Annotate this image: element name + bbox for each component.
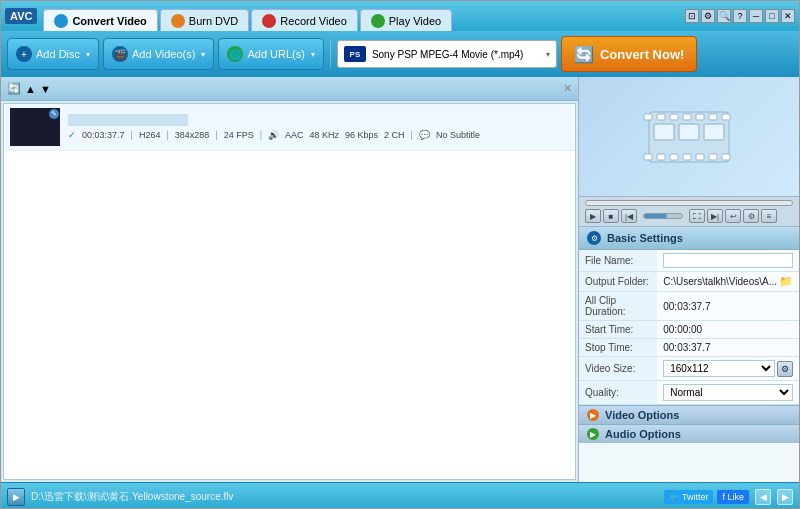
settings-table: File Name: Output Folder: C:\Users\talkh… <box>579 250 799 405</box>
output-folder-row: Output Folder: C:\Users\talkh\Videos\A..… <box>579 272 799 292</box>
filmstrip-image <box>639 102 739 172</box>
tab-record[interactable]: Record Video <box>251 9 357 31</box>
all-clip-duration-value: 00:03:37.7 <box>657 292 799 321</box>
svg-rect-2 <box>657 114 665 120</box>
arrow-up-icon[interactable]: ▲ <box>25 83 36 95</box>
title-bar: AVC Convert Video Burn DVD Record Video … <box>1 1 799 31</box>
add-disc-button[interactable]: + Add Disc ▾ <box>7 38 99 70</box>
minimize-btn[interactable]: ─ <box>749 9 763 23</box>
file-name-input[interactable] <box>663 253 793 268</box>
add-disc-label: Add Disc <box>36 48 80 60</box>
file-audio-freq: 48 KHz <box>310 130 340 140</box>
svg-rect-6 <box>709 114 717 120</box>
all-clip-duration-label: All Clip Duration: <box>579 292 657 321</box>
prev-button[interactable]: |◀ <box>621 209 637 223</box>
file-codec: H264 <box>139 130 161 140</box>
toolbar: + Add Disc ▾ 🎬 Add Video(s) ▾ 🌐 Add URL(… <box>1 31 799 77</box>
video-size-gear-button[interactable]: ⚙ <box>777 361 793 377</box>
file-item[interactable]: ✎ ✓ 00:03:37.7 | H264 | 384x288 | 24 FPS… <box>4 104 575 151</box>
format-dropdown-arrow: ▾ <box>546 50 550 59</box>
all-clip-duration-row: All Clip Duration: 00:03:37.7 <box>579 292 799 321</box>
audio-icon: 🔊 <box>268 130 279 140</box>
settings-button[interactable]: ⚙ <box>743 209 759 223</box>
file-audio-bitrate: 96 Kbps <box>345 130 378 140</box>
loop-button[interactable]: ↩ <box>725 209 741 223</box>
add-video-button[interactable]: 🎬 Add Video(s) ▾ <box>103 38 214 70</box>
tab-burn[interactable]: Burn DVD <box>160 9 250 31</box>
next-button[interactable]: ▶| <box>707 209 723 223</box>
nav-prev-button[interactable]: ◀ <box>755 489 771 505</box>
format-selector[interactable]: PS Sony PSP MPEG-4 Movie (*.mp4) ▾ <box>337 40 557 68</box>
video-size-label: Video Size: <box>579 357 657 381</box>
audio-options-icon: ▶ <box>587 428 599 440</box>
volume-slider[interactable] <box>643 213 683 219</box>
status-play-button[interactable]: ▶ <box>7 488 25 506</box>
add-url-dropdown-arrow: ▾ <box>311 50 315 59</box>
arrow-down-icon[interactable]: ▼ <box>40 83 51 95</box>
close-list-icon[interactable]: ✕ <box>563 82 572 95</box>
refresh-icon[interactable]: 🔄 <box>7 82 21 95</box>
file-name-value <box>657 250 799 272</box>
tab-play-label: Play Video <box>389 15 441 27</box>
help-btn[interactable]: ? <box>733 9 747 23</box>
progress-bar-row <box>585 200 793 206</box>
ctrl-buttons: ▶ ■ |◀ ⛶ ▶| ↩ ⚙ ≡ <box>585 209 793 223</box>
video-options-icon: ▶ <box>587 409 599 421</box>
folder-browse-icon[interactable]: 📁 <box>779 275 793 288</box>
video-options-section[interactable]: ▶ Video Options <box>579 405 799 424</box>
convert-now-button[interactable]: 🔄 Convert Now! <box>561 36 698 72</box>
settings-panel: ⚙ Basic Settings File Name: Output Folde… <box>579 227 799 482</box>
status-path: D:\迅雷下载\测试\黄石.Yellowstone_source.flv <box>31 490 658 504</box>
add-url-label: Add URL(s) <box>247 48 304 60</box>
file-duration: 00:03:37.7 <box>82 130 125 140</box>
twitter-button[interactable]: 🐦 Twitter <box>664 490 714 504</box>
quality-select[interactable]: Normal Low High Best <box>663 384 793 401</box>
add-url-button[interactable]: 🌐 Add URL(s) ▾ <box>218 38 323 70</box>
burn-tab-icon <box>171 14 185 28</box>
convert-refresh-icon: 🔄 <box>574 45 594 64</box>
facebook-button[interactable]: f Like <box>717 490 749 504</box>
search-btn[interactable]: 🔍 <box>717 9 731 23</box>
progress-track[interactable] <box>585 200 793 206</box>
video-options-label: Video Options <box>605 409 679 421</box>
tab-play[interactable]: Play Video <box>360 9 452 31</box>
svg-rect-1 <box>644 114 652 120</box>
restore-btn[interactable]: ⊡ <box>685 9 699 23</box>
edit-icon[interactable]: ✎ <box>49 109 59 119</box>
svg-rect-15 <box>654 124 674 140</box>
quality-row: Quality: Normal Low High Best <box>579 381 799 405</box>
svg-rect-9 <box>657 154 665 160</box>
convert-now-label: Convert Now! <box>600 47 685 62</box>
svg-rect-5 <box>696 114 704 120</box>
start-time-value: 00:00:00 <box>657 321 799 339</box>
quality-label: Quality: <box>579 381 657 405</box>
close-btn[interactable]: ✕ <box>781 9 795 23</box>
format-text: Sony PSP MPEG-4 Movie (*.mp4) <box>372 49 540 60</box>
output-folder-path: C:\Users\talkh\Videos\A... <box>663 276 777 287</box>
play-button[interactable]: ▶ <box>585 209 601 223</box>
stop-time-label: Stop Time: <box>579 339 657 357</box>
add-url-icon: 🌐 <box>227 46 243 62</box>
tab-convert[interactable]: Convert Video <box>43 9 157 31</box>
audio-options-section[interactable]: ▶ Audio Options <box>579 424 799 443</box>
nav-next-button[interactable]: ▶ <box>777 489 793 505</box>
maximize-btn[interactable]: □ <box>765 9 779 23</box>
add-disc-icon: + <box>16 46 32 62</box>
main-area: 🔄 ▲ ▼ ✕ ✎ ✓ 00:03:37.7 | H264 | 3 <box>1 77 799 482</box>
svg-rect-13 <box>709 154 717 160</box>
more-button[interactable]: ≡ <box>761 209 777 223</box>
fullscreen-button[interactable]: ⛶ <box>689 209 705 223</box>
file-thumbnail: ✎ <box>10 108 60 146</box>
file-audio-channels: 2 CH <box>384 130 405 140</box>
file-info: ✓ 00:03:37.7 | H264 | 384x288 | 24 FPS |… <box>68 114 569 140</box>
svg-rect-7 <box>722 114 730 120</box>
play-tab-icon <box>371 14 385 28</box>
convert-tab-icon <box>54 14 68 28</box>
file-list-header: 🔄 ▲ ▼ ✕ <box>1 77 578 101</box>
gear-btn[interactable]: ⚙ <box>701 9 715 23</box>
app-logo: AVC <box>5 8 37 24</box>
stop-button[interactable]: ■ <box>603 209 619 223</box>
video-size-select[interactable]: 160x112 320x240 480x272 640x480 <box>663 360 775 377</box>
tab-burn-label: Burn DVD <box>189 15 239 27</box>
svg-rect-17 <box>704 124 724 140</box>
